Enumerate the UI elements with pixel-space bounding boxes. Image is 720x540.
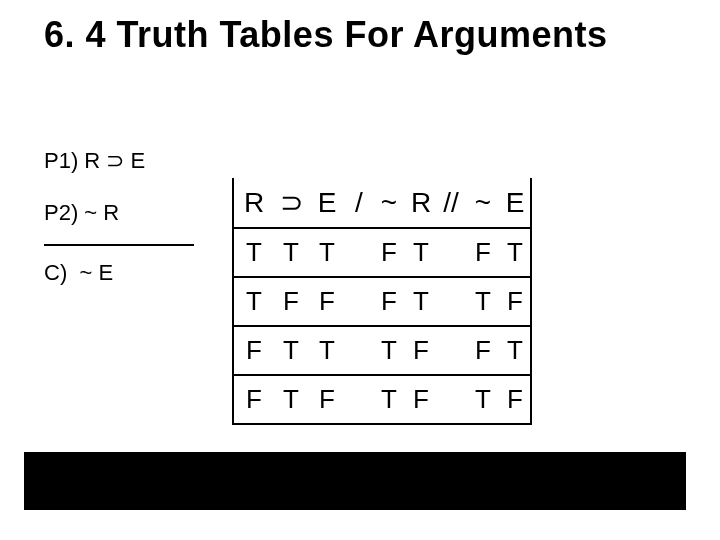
- cell: [436, 277, 466, 326]
- cell: [436, 228, 466, 277]
- supset-icon: ⊃: [280, 187, 303, 218]
- cell: [346, 326, 372, 375]
- col-neg-R-R: R: [406, 178, 436, 228]
- premise-2: P2) ~ R: [44, 200, 194, 226]
- cell: T: [274, 375, 308, 424]
- cell: F: [466, 326, 500, 375]
- cell: [346, 277, 372, 326]
- premise-divider: [44, 244, 194, 246]
- cell: T: [233, 277, 274, 326]
- footer-band: [24, 452, 686, 510]
- cell: F: [466, 228, 500, 277]
- col-dslash: //: [436, 178, 466, 228]
- cell: T: [274, 326, 308, 375]
- cell: F: [372, 228, 406, 277]
- cell: T: [500, 228, 531, 277]
- cell: F: [233, 375, 274, 424]
- cell: T: [274, 228, 308, 277]
- cell: F: [308, 375, 346, 424]
- slide: 6. 4 Truth Tables For Arguments P1) R ⊃ …: [0, 0, 720, 540]
- cell: T: [406, 277, 436, 326]
- col-neg-R-neg: ~: [372, 178, 406, 228]
- table-row: F T T T F F T: [233, 326, 531, 375]
- table-row: T F F F T T F: [233, 277, 531, 326]
- cell: [346, 228, 372, 277]
- cell: F: [308, 277, 346, 326]
- table-row: F T F T F T F: [233, 375, 531, 424]
- premise-1-lhs: P1) R: [44, 148, 100, 173]
- cell: T: [466, 375, 500, 424]
- premise-1: P1) R ⊃ E: [44, 148, 194, 174]
- table-header-row: R ⊃ E / ~ R // ~ E: [233, 178, 531, 228]
- col-supset: ⊃: [274, 178, 308, 228]
- col-E: E: [308, 178, 346, 228]
- table-row: T T T F T F T: [233, 228, 531, 277]
- premise-1-rhs: E: [131, 148, 146, 173]
- cell: T: [466, 277, 500, 326]
- cell: T: [372, 375, 406, 424]
- cell: T: [500, 326, 531, 375]
- supset-icon: ⊃: [106, 148, 124, 173]
- cell: T: [308, 228, 346, 277]
- cell: F: [372, 277, 406, 326]
- argument-premises: P1) R ⊃ E P2) ~ R C) ~ E: [44, 148, 194, 312]
- col-neg-E-E: E: [500, 178, 531, 228]
- cell: F: [500, 277, 531, 326]
- col-neg-E-neg: ~: [466, 178, 500, 228]
- conclusion: C) ~ E: [44, 260, 194, 286]
- truth-table: R ⊃ E / ~ R // ~ E T T T F: [232, 178, 532, 425]
- cell: [436, 375, 466, 424]
- cell: F: [406, 326, 436, 375]
- cell: F: [233, 326, 274, 375]
- cell: [346, 375, 372, 424]
- cell: [436, 326, 466, 375]
- cell: F: [274, 277, 308, 326]
- cell: T: [406, 228, 436, 277]
- col-R: R: [233, 178, 274, 228]
- cell: T: [372, 326, 406, 375]
- cell: T: [233, 228, 274, 277]
- cell: F: [500, 375, 531, 424]
- cell: T: [308, 326, 346, 375]
- page-title: 6. 4 Truth Tables For Arguments: [44, 14, 690, 56]
- cell: F: [406, 375, 436, 424]
- col-slash: /: [346, 178, 372, 228]
